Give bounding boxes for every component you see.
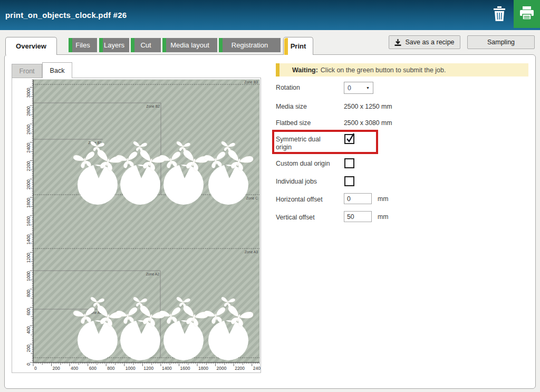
symmetric-dual-origin-label: Symmetric dual origin xyxy=(276,136,337,151)
view-tab-front[interactable]: Front xyxy=(12,64,42,78)
svg-text:Zone A3: Zone A3 xyxy=(245,250,258,254)
status-message: Click on the green button to submit the … xyxy=(321,66,446,74)
tab-label: Cut xyxy=(140,41,151,49)
svg-text:Zone C: Zone C xyxy=(246,196,258,200)
svg-text:1200: 1200 xyxy=(26,253,31,263)
tab-overview[interactable]: Overview xyxy=(5,37,57,55)
submit-job-button[interactable] xyxy=(514,0,540,28)
media-preview-canvas: Zone B3Zone B2Zone B1Zone CZone A3Zone A… xyxy=(12,78,261,372)
svg-text:800: 800 xyxy=(26,290,31,297)
status-banner: Waiting: Click on the green button to su… xyxy=(276,63,528,77)
custom-dual-origin-checkbox[interactable] xyxy=(344,158,354,168)
job-title: print_on_objects_clock.pdf #26 xyxy=(5,0,127,30)
save-recipe-button[interactable]: Save as a recipe xyxy=(389,35,460,49)
horizontal-offset-input[interactable] xyxy=(344,193,372,204)
svg-text:1800: 1800 xyxy=(198,366,208,371)
svg-text:1600: 1600 xyxy=(26,216,31,226)
rotation-label: Rotation xyxy=(276,84,337,92)
media-size-label: Media size xyxy=(276,103,337,111)
tab-registration[interactable]: Registration xyxy=(219,38,281,52)
tab-cut[interactable]: Cut xyxy=(131,38,161,52)
printer-icon xyxy=(519,6,535,23)
svg-text:600: 600 xyxy=(26,308,31,315)
green-status-indicator xyxy=(69,38,72,52)
download-icon xyxy=(394,39,401,46)
svg-text:1200: 1200 xyxy=(143,366,153,371)
tab-media-layout[interactable]: Media layout xyxy=(162,38,217,52)
svg-text:1000: 1000 xyxy=(126,366,136,371)
checkmark-icon xyxy=(345,133,355,144)
delete-job-button[interactable] xyxy=(490,5,508,24)
horizontal-offset-label: Horizontal offset xyxy=(276,196,337,204)
svg-text:200: 200 xyxy=(26,345,31,352)
svg-text:1800: 1800 xyxy=(26,198,31,208)
status-label: Waiting: xyxy=(292,66,318,74)
layout-preview: Zone B3Zone B2Zone B1Zone CZone A3Zone A… xyxy=(12,78,261,373)
trash-icon xyxy=(493,6,506,24)
svg-text:800: 800 xyxy=(107,366,114,371)
flatbed-size-value: 2500 x 3080 mm xyxy=(344,119,392,127)
svg-text:400: 400 xyxy=(71,366,78,371)
svg-text:0: 0 xyxy=(34,366,37,371)
sampling-label: Sampling xyxy=(487,39,515,46)
yellow-status-indicator xyxy=(284,38,288,55)
tab-files[interactable]: Files xyxy=(69,38,97,52)
svg-text:1400: 1400 xyxy=(162,366,172,371)
svg-text:600: 600 xyxy=(89,366,97,371)
svg-text:2000: 2000 xyxy=(217,366,227,371)
chevron-down-icon: ▼ xyxy=(366,86,370,90)
svg-text:2400: 2400 xyxy=(26,142,31,152)
svg-text:Zone A2: Zone A2 xyxy=(146,272,160,276)
svg-text:Zone B3: Zone B3 xyxy=(244,80,258,84)
rotation-value: 0 xyxy=(348,84,351,92)
rotation-dropdown[interactable]: 0 ▼ xyxy=(344,82,373,94)
svg-text:200: 200 xyxy=(53,366,60,371)
flatbed-size-label: Flatbed size xyxy=(276,119,337,127)
horizontal-offset-unit: mm xyxy=(378,195,389,203)
save-recipe-label: Save as a recipe xyxy=(405,39,454,46)
svg-text:2000: 2000 xyxy=(26,179,31,189)
svg-text:1400: 1400 xyxy=(26,234,31,244)
green-status-indicator xyxy=(162,38,166,52)
tab-label: Files xyxy=(75,41,90,49)
svg-text:2200: 2200 xyxy=(26,161,31,171)
sampling-button[interactable]: Sampling xyxy=(467,35,535,49)
svg-text:1600: 1600 xyxy=(180,366,190,371)
svg-text:1000: 1000 xyxy=(26,271,31,281)
tab-label: Overview xyxy=(16,42,46,50)
custom-dual-origin-label: Custom dual origin xyxy=(276,160,337,168)
svg-text:0: 0 xyxy=(26,363,31,366)
tab-label: Registration xyxy=(232,41,268,49)
tab-print[interactable]: Print xyxy=(283,37,313,55)
svg-text:2800: 2800 xyxy=(26,106,31,116)
tab-layers[interactable]: Layers xyxy=(99,38,129,52)
vertical-offset-label: Vertical offset xyxy=(276,214,337,222)
svg-text:2600: 2600 xyxy=(26,125,31,135)
individual-jobs-checkbox[interactable] xyxy=(344,176,354,186)
vertical-offset-input[interactable] xyxy=(344,211,372,222)
green-status-indicator xyxy=(131,38,134,52)
tab-label: Media layout xyxy=(170,41,209,49)
individual-jobs-label: Individual jobs xyxy=(276,178,337,186)
svg-text:Zone B2: Zone B2 xyxy=(146,104,160,108)
svg-text:2200: 2200 xyxy=(235,366,245,371)
vertical-offset-unit: mm xyxy=(378,213,389,221)
green-status-indicator xyxy=(99,38,103,52)
view-tab-back[interactable]: Back xyxy=(42,62,72,78)
symmetric-dual-origin-checkbox[interactable] xyxy=(344,134,354,144)
svg-text:400: 400 xyxy=(26,326,31,333)
svg-text:2400: 2400 xyxy=(253,366,261,371)
media-size-value: 2500 x 1250 mm xyxy=(344,103,392,110)
svg-text:3000: 3000 xyxy=(26,88,31,98)
green-status-indicator xyxy=(219,38,223,52)
tab-label: Layers xyxy=(104,41,124,49)
tab-label: Print xyxy=(291,42,306,50)
